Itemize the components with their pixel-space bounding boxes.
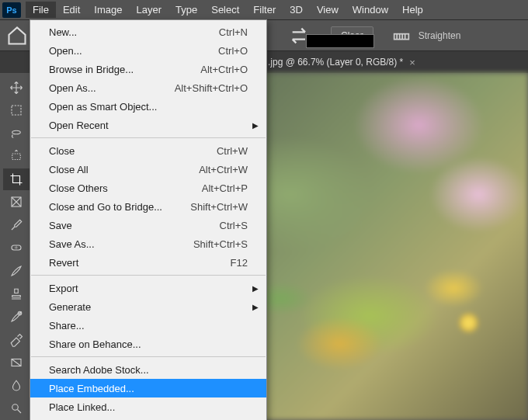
menu-item-close-all[interactable]: Close AllAlt+Ctrl+W bbox=[30, 160, 266, 179]
menu-item-open[interactable]: Open...Ctrl+O bbox=[30, 41, 266, 60]
menu-item-save-as[interactable]: Save As...Shift+Ctrl+S bbox=[30, 234, 266, 253]
submenu-arrow-icon: ▶ bbox=[252, 284, 259, 293]
menu-item-label: Open as Smart Object... bbox=[49, 101, 157, 113]
menu-layer[interactable]: Layer bbox=[130, 2, 169, 18]
quick-select-tool[interactable] bbox=[3, 146, 30, 168]
menu-item-label: Place Linked... bbox=[49, 401, 115, 413]
svg-rect-1 bbox=[12, 106, 21, 115]
menu-item-search-adobe-stock[interactable]: Search Adobe Stock... bbox=[30, 360, 266, 379]
menu-item-label: Close and Go to Bridge... bbox=[49, 201, 162, 213]
straighten-icon[interactable] bbox=[391, 25, 412, 47]
menu-item-package: Package... bbox=[30, 416, 266, 420]
menu-item-place-linked[interactable]: Place Linked... bbox=[30, 397, 266, 416]
menu-item-shortcut: Alt+Ctrl+P bbox=[202, 182, 248, 194]
menu-item-open-recent[interactable]: Open Recent▶ bbox=[30, 116, 266, 134]
document-title: .jpg @ 66.7% (Layer 0, RGB/8) * bbox=[268, 57, 403, 68]
menu-separator bbox=[31, 137, 266, 138]
frame-tool[interactable] bbox=[3, 192, 30, 213]
menu-item-shortcut: Alt+Ctrl+O bbox=[200, 64, 248, 75]
menu-item-shortcut: Ctrl+O bbox=[218, 45, 248, 57]
menu-item-shortcut: Ctrl+N bbox=[219, 26, 248, 38]
menu-item-close-others[interactable]: Close OthersAlt+Ctrl+P bbox=[30, 179, 266, 197]
home-icon[interactable] bbox=[6, 25, 28, 47]
menu-item-label: Open As... bbox=[49, 82, 96, 94]
gradient-preview[interactable] bbox=[306, 34, 374, 48]
menu-item-label: Close Others bbox=[49, 182, 108, 194]
menu-edit[interactable]: Edit bbox=[56, 2, 87, 18]
menu-item-shortcut: F12 bbox=[231, 257, 248, 269]
menu-item-share[interactable]: Share... bbox=[30, 316, 266, 335]
menu-item-label: New... bbox=[49, 26, 77, 38]
close-icon[interactable]: × bbox=[409, 57, 415, 68]
menu-file[interactable]: File bbox=[26, 2, 56, 18]
menu-item-label: Place Embedded... bbox=[49, 383, 134, 394]
menu-item-label: Close All bbox=[49, 164, 89, 175]
menu-view[interactable]: View bbox=[310, 2, 346, 18]
menu-item-shortcut: Shift+Ctrl+W bbox=[190, 201, 248, 213]
move-tool[interactable] bbox=[3, 77, 30, 99]
app-logo: Ps bbox=[2, 2, 21, 18]
menu-item-share-on-behance[interactable]: Share on Behance... bbox=[30, 335, 266, 353]
menu-item-save[interactable]: SaveCtrl+S bbox=[30, 216, 266, 234]
menubar: Ps FileEditImageLayerTypeSelectFilter3DV… bbox=[0, 0, 528, 20]
menu-item-label: Generate bbox=[49, 301, 91, 313]
menu-item-close[interactable]: CloseCtrl+W bbox=[30, 141, 266, 160]
menu-item-label: Save bbox=[49, 220, 72, 231]
menu-item-place-embedded[interactable]: Place Embedded... bbox=[30, 379, 266, 397]
menu-item-shortcut: Shift+Ctrl+S bbox=[193, 238, 248, 250]
menu-item-shortcut: Alt+Ctrl+W bbox=[199, 164, 248, 175]
menu-item-generate[interactable]: Generate▶ bbox=[30, 297, 266, 316]
menu-item-label: Search Adobe Stock... bbox=[49, 364, 149, 376]
document-tab[interactable]: .jpg @ 66.7% (Layer 0, RGB/8) * × bbox=[268, 57, 415, 68]
menu-type[interactable]: Type bbox=[168, 2, 204, 18]
menu-filter[interactable]: Filter bbox=[246, 2, 283, 18]
menu-separator bbox=[31, 275, 266, 276]
crop-tool[interactable] bbox=[3, 168, 30, 190]
eyedropper-tool[interactable] bbox=[3, 214, 30, 236]
submenu-arrow-icon: ▶ bbox=[252, 121, 259, 130]
gradient-tool[interactable] bbox=[3, 352, 30, 373]
menu-window[interactable]: Window bbox=[346, 2, 395, 18]
menu-item-label: Share... bbox=[49, 320, 85, 331]
menu-item-label: Save As... bbox=[49, 238, 95, 250]
menu-item-shortcut: Ctrl+S bbox=[220, 220, 248, 231]
lasso-tool[interactable] bbox=[3, 123, 30, 144]
menu-item-new[interactable]: New...Ctrl+N bbox=[30, 23, 266, 41]
healing-tool[interactable] bbox=[3, 238, 30, 259]
menu-item-label: Open... bbox=[49, 45, 82, 57]
menu-item-shortcut: Ctrl+W bbox=[217, 145, 248, 157]
marquee-tool[interactable] bbox=[3, 100, 30, 122]
file-menu-dropdown: New...Ctrl+NOpen...Ctrl+OBrowse in Bridg… bbox=[30, 19, 267, 420]
tool-sidebar bbox=[0, 73, 33, 420]
menu-item-shortcut: Alt+Shift+Ctrl+O bbox=[175, 82, 248, 94]
menu-item-label: Open Recent bbox=[49, 120, 109, 131]
history-brush-tool[interactable] bbox=[3, 306, 30, 328]
menu-image[interactable]: Image bbox=[87, 2, 129, 18]
menu-separator bbox=[31, 356, 266, 357]
svg-point-7 bbox=[12, 404, 18, 411]
menu-item-open-as[interactable]: Open As...Alt+Shift+Ctrl+O bbox=[30, 78, 266, 97]
menu-item-label: Browse in Bridge... bbox=[49, 64, 134, 75]
menu-item-label: Close bbox=[49, 145, 75, 157]
menu-select[interactable]: Select bbox=[204, 2, 246, 18]
menu-item-export[interactable]: Export▶ bbox=[30, 279, 266, 297]
menu-item-close-and-go-to-bridge[interactable]: Close and Go to Bridge...Shift+Ctrl+W bbox=[30, 197, 266, 216]
svg-rect-2 bbox=[12, 154, 20, 160]
submenu-arrow-icon: ▶ bbox=[252, 303, 259, 311]
menu-item-browse-in-bridge[interactable]: Browse in Bridge...Alt+Ctrl+O bbox=[30, 60, 266, 78]
menu-item-revert[interactable]: RevertF12 bbox=[30, 253, 266, 272]
menu-item-label: Share on Behance... bbox=[49, 338, 141, 350]
brush-tool[interactable] bbox=[3, 260, 30, 282]
menu-item-label: Export bbox=[49, 283, 78, 294]
eraser-tool[interactable] bbox=[3, 329, 30, 351]
blur-tool[interactable] bbox=[3, 375, 30, 397]
dodge-tool[interactable] bbox=[3, 397, 30, 419]
straighten-label: Straighten bbox=[419, 30, 461, 41]
menu-help[interactable]: Help bbox=[395, 2, 430, 18]
menu-item-open-as-smart-object[interactable]: Open as Smart Object... bbox=[30, 97, 266, 116]
stamp-tool[interactable] bbox=[3, 283, 30, 305]
menu-item-label: Revert bbox=[49, 257, 78, 269]
menu-3d[interactable]: 3D bbox=[283, 2, 310, 18]
